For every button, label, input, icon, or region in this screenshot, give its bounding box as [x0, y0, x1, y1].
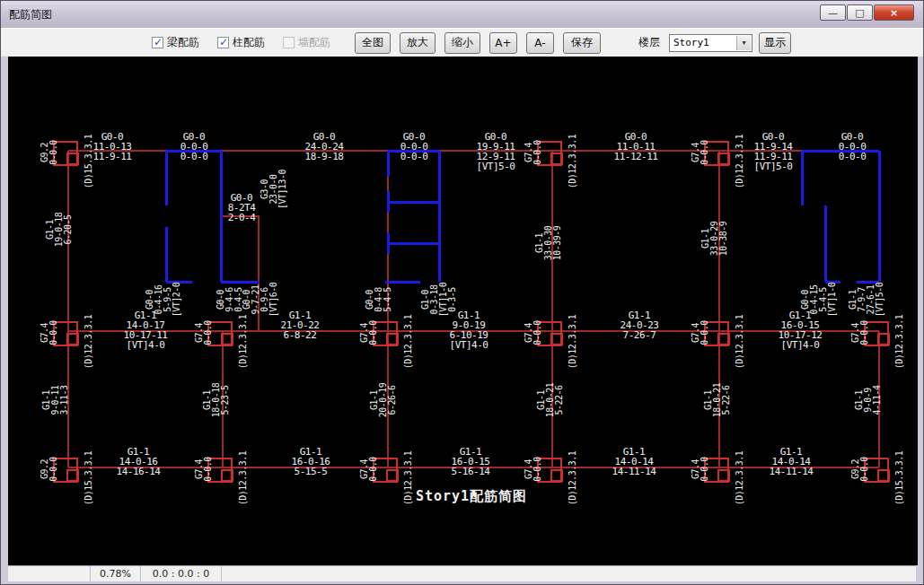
- column-marker-inner: [550, 333, 563, 345]
- column-label-left: G7.4 0-0.0: [524, 457, 542, 482]
- column-label-left: G7.4 0-0.0: [691, 320, 709, 345]
- font-decrease-button[interactable]: A-: [526, 32, 554, 54]
- wall-segment: [220, 151, 223, 282]
- wall-segment: [388, 242, 439, 245]
- zoom-out-button[interactable]: 缩小: [444, 32, 480, 54]
- close-icon: ×: [890, 7, 898, 19]
- column-marker-inner: [66, 469, 79, 482]
- wall-segment: [438, 151, 441, 282]
- column-label-left: G7.4 0-0.0: [195, 320, 213, 345]
- column-label-right: (D)12.3.3.1: [895, 315, 904, 370]
- beam-label: G1-1 16-0-16 5-15-5: [292, 447, 330, 476]
- close-button[interactable]: ×: [874, 4, 914, 21]
- beam-label: G1-1 18-0-18 5-23-5: [203, 383, 230, 418]
- column-marker-inner: [717, 469, 730, 482]
- wall-rebar-checkbox: 墙配筋: [283, 35, 330, 50]
- beam-label: G0-0 9-4-6 0-4-5: [216, 287, 243, 312]
- column-label-right: (D)12.3.3.1: [735, 135, 744, 189]
- minimize-button[interactable]: —: [820, 4, 846, 21]
- wall-segment: [824, 205, 827, 282]
- full-view-button[interactable]: 全图: [355, 32, 391, 54]
- column-label-left: G9.2 0-0.0: [40, 140, 58, 165]
- beam-label: G1-0 0-3-18 [VT]1-0 0-3-5: [421, 283, 457, 318]
- beam-label: G1-1 24-0-23 7-26-7: [620, 310, 659, 340]
- beam-label: G1-1 9-0-9 4-11-4: [855, 385, 882, 415]
- column-label-left: G7.4 0-0.0: [360, 320, 378, 345]
- wall-rebar-checkbox-box: [283, 37, 295, 48]
- beam-label: G1-1 14-0-14 14-11-14: [770, 447, 814, 476]
- beam-rebar-checkbox[interactable]: 梁配筋: [152, 35, 199, 50]
- column-marker-inner: [221, 469, 233, 482]
- maximize-button[interactable]: □: [847, 4, 873, 21]
- column-marker-inner: [386, 333, 399, 345]
- column-label-right: (D)12.3.3.1: [735, 451, 744, 506]
- column-label-right: (D)12.3.3.1: [239, 451, 248, 506]
- status-cell-spacer: [222, 566, 916, 581]
- drawing-caption: Story1配筋简图: [416, 488, 527, 505]
- column-marker-inner: [66, 333, 79, 345]
- toolbar: 梁配筋柱配筋墙配筋全图放大缩小A+A-保存楼层Story1▼显示: [1, 28, 923, 57]
- column-rebar-checkbox[interactable]: 柱配筋: [217, 35, 265, 50]
- column-rebar-checkbox-label: 柱配筋: [233, 35, 265, 50]
- display-button[interactable]: 显示: [759, 32, 791, 54]
- beam-label: G1-1 16-0-15 5-16-14: [452, 447, 490, 476]
- beam-label: G0-0 24-0-24 18-9-18: [305, 132, 344, 162]
- story-label: 楼层: [638, 35, 660, 50]
- beam-label: G0-0 11-0-11 11-12-11: [614, 132, 658, 162]
- beam-label: G0-0 11-9-14 11-9-11 [VT]5-0: [754, 132, 793, 171]
- column-marker-inner: [877, 333, 890, 345]
- column-label-left: G9.2 0-0.0: [40, 457, 58, 482]
- drawing-canvas[interactable]: G9.2 0-0.0(D)15.3.3.1G7.4 0-0.0(D)12.3.3…: [8, 57, 918, 565]
- beam-label: G1-1 9-0-11 3-11-3: [42, 385, 69, 415]
- beam-label: G0-0 0-0-0 0-0-0: [180, 132, 208, 162]
- column-label-right: (D)12.3.3.1: [239, 315, 248, 370]
- column-marker-inner: [386, 469, 399, 482]
- wall-segment: [801, 151, 804, 205]
- column-label-left: G9.2 0-0.0: [851, 457, 869, 482]
- column-rebar-checkbox-box[interactable]: [217, 37, 229, 48]
- title-bar[interactable]: 配筋简图 — □ ×: [1, 1, 923, 28]
- status-coordinates: 0.0 : 0.0 : 0: [141, 566, 222, 581]
- beam-label: G0-0 0-4-16 5-9-5 [VT]2-0: [145, 283, 181, 318]
- column-label-right: (D)12.3.3.1: [735, 315, 744, 370]
- column-label-right: (D)12.3.3.1: [404, 451, 413, 506]
- beam-label: G0-0 8-2T4 2-0-4: [228, 193, 256, 223]
- beam-label: G0-0 0-4-15 5-4-5 [VT]1-0: [801, 283, 837, 318]
- font-increase-button[interactable]: A+: [489, 32, 517, 54]
- beam-segment: [551, 151, 553, 467]
- status-zoom-percent: 0.78%: [91, 566, 141, 581]
- column-marker-inner: [717, 153, 730, 165]
- column-label-left: G7.4 0-0.0: [851, 320, 869, 345]
- column-label-left: G7.4 0-0.0: [524, 320, 542, 345]
- beam-label: G1-1 7-9-7 27-6-1 [VT]5-0: [849, 283, 884, 318]
- column-label-left: G7.4 0-0.0: [40, 320, 58, 345]
- dropdown-arrow-icon[interactable]: ▼: [736, 36, 751, 50]
- status-cell-empty: [8, 566, 91, 581]
- zoom-in-button[interactable]: 放大: [400, 32, 436, 54]
- column-label-left: G7.4 0-0.0: [195, 457, 213, 482]
- column-label-right: (D)15.3.3.1: [84, 135, 93, 189]
- column-marker-inner: [550, 153, 563, 165]
- beam-label: G0-0 11-0-13 11-9-11: [93, 132, 132, 162]
- beam-label: G1-1 33-0-29 10-38-9: [701, 222, 728, 257]
- beam-label: G1-1 33-0-30 10-39-9: [535, 226, 562, 261]
- beam-label: G1-1 21-0-22 6-8-22: [281, 310, 320, 340]
- wall-segment: [165, 227, 168, 282]
- column-label-left: G7.4 0-0.0: [360, 457, 378, 482]
- column-marker-inner: [877, 469, 890, 482]
- save-button[interactable]: 保存: [563, 32, 601, 54]
- beam-rebar-checkbox-box[interactable]: [152, 37, 163, 48]
- beam-label: G0-0 0-0-0 0-0-0: [400, 132, 428, 162]
- column-marker-inner: [221, 333, 233, 345]
- story-select-value: Story1: [673, 37, 709, 48]
- wall-segment: [387, 151, 390, 177]
- column-label-right: (D)12.3.3.1: [568, 315, 577, 370]
- beam-label: G1-1 14-0-16 14-16-14: [117, 447, 161, 476]
- beam-label: G1-1 18-0-21 5-22-6: [537, 383, 564, 418]
- wall-rebar-checkbox-label: 墙配筋: [298, 35, 330, 50]
- story-select[interactable]: Story1▼: [669, 34, 752, 52]
- wall-segment: [165, 151, 168, 205]
- beam-label: G1-1 20-0-19 6-26-6: [370, 383, 397, 418]
- beam-label: G0-0 9-7-21 0-9-6 [VT]6-0: [242, 283, 278, 318]
- column-label-right: (D)12.3.3.1: [84, 315, 93, 370]
